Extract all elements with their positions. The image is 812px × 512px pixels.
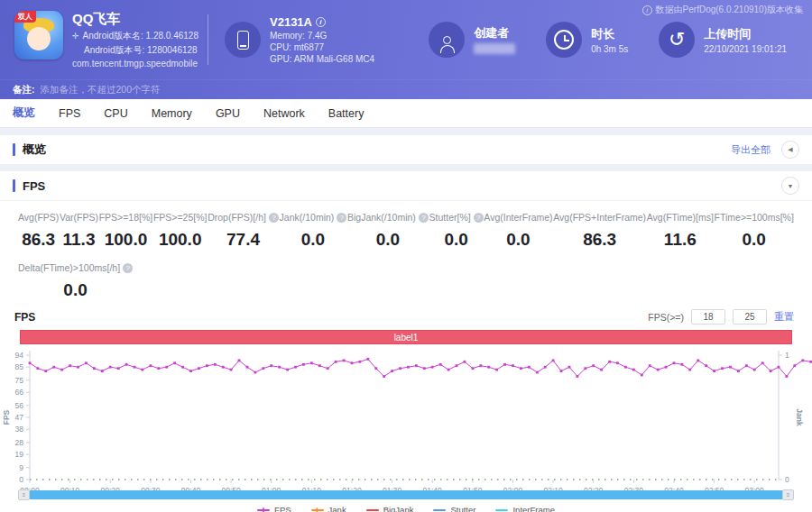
collapse-fps-button[interactable]: ▼ [781,177,799,195]
collapse-overview-button[interactable]: ◀ [781,141,799,159]
app-badge: 双人 [14,11,36,23]
metric-cell: Jank(/10min)?0.0 [280,212,347,250]
app-title: QQ飞车 [72,11,198,28]
creator-name-redacted [474,43,515,54]
help-icon[interactable]: ? [337,213,346,223]
metric-value: 77.4 [208,230,279,250]
fps-threshold-input-1[interactable] [691,309,725,325]
legend-item-fps[interactable]: ✚FPS [257,505,291,512]
device-info-icon[interactable]: i [316,17,326,27]
duration-label: 时长 [591,26,628,42]
plus-marker-icon: ✚ [314,506,320,512]
info-icon: i [642,5,652,15]
tab-CPU[interactable]: CPU [104,107,127,120]
duration-info: 时长 0h 3m 5s [546,22,628,58]
svg-text:28: 28 [15,438,24,447]
metric-cell: Avg(FTime)[ms]11.6 [647,212,714,250]
svg-text:Jank: Jank [795,408,804,426]
svg-text:38: 38 [15,425,24,434]
fps-metrics-row1: Avg(FPS)86.3Var(FPS)11.3FPS>=18[%]100.0F… [0,201,812,253]
creator-info: 创建者 [429,22,515,58]
legend-label: FPS [274,505,291,512]
help-icon[interactable]: ? [474,213,484,223]
svg-text:85: 85 [15,362,24,371]
grip-icon: ≡ [23,492,26,498]
threshold-label: FPS(>=) [648,312,684,323]
accent-bar [13,143,15,156]
legend-marker-icon [366,509,379,511]
metric-value: 0.0 [18,280,133,300]
metric-value: 0.0 [280,230,347,250]
legend-item-bigjank[interactable]: BigJank [366,505,414,512]
fps-chart[interactable]: 091928384756667585940100:0000:1000:2000:… [0,344,812,490]
metric-value: 11.6 [647,230,714,250]
metric-cell: Drop(FPS)[/h]?77.4 [208,212,279,250]
scrollbar-right-handle[interactable]: ≡ [782,489,794,500]
plus-marker-icon: ✚ [261,506,267,512]
fps-threshold-input-2[interactable] [733,309,767,325]
svg-text:19: 19 [15,450,24,459]
chevron-down-icon: ▼ [788,183,794,189]
svg-text:47: 47 [15,413,24,422]
fps-section: FPS ▼ Avg(FPS)86.3Var(FPS)11.3FPS>=18[%]… [0,171,812,512]
svg-text:FPS: FPS [2,409,11,425]
metric-value: 86.3 [18,230,59,250]
metric-cell: FPS>=25[%]100.0 [153,212,208,250]
phone-icon [225,22,261,58]
note-placeholder[interactable]: 添加备注，不超过200个字符 [41,84,161,96]
upload-label: 上传时间 [704,26,787,42]
legend-marker-icon [433,509,446,511]
metric-label: Avg(InterFrame) [484,212,552,223]
history-clock-icon: ↺ [659,22,695,58]
legend-item-jank[interactable]: ✚Jank [311,505,346,512]
metric-cell: Avg(FPS)86.3 [18,212,59,250]
svg-text:56: 56 [15,401,24,410]
chevron-left-icon: ◀ [788,146,792,153]
app-block: 双人 QQ飞车 ✛ Android版本名: 1.28.0.46128 Andro… [14,11,202,69]
metric-value: 0.0 [715,230,794,250]
metric-value: 100.0 [99,230,153,250]
metric-value: 100.0 [153,230,208,250]
report-header: i 数据由PerfDog(6.0.210910)版本收集 双人 QQ飞车 ✛ A… [0,0,812,99]
metric-cell: FTime>=100ms[%]0.0 [715,212,794,250]
chart-label-banner[interactable]: label1 [20,330,792,344]
metric-label: FTime>=100ms[%] [715,212,794,223]
tab-FPS[interactable]: FPS [59,107,80,120]
device-memory: Memory: 7.4G [270,31,374,41]
legend-item-interframe[interactable]: InterFrame [495,505,554,512]
tab-Memory[interactable]: Memory [152,107,192,120]
metric-value: 0.0 [484,230,552,250]
svg-text:66: 66 [15,388,24,397]
help-icon[interactable]: ? [419,213,429,223]
creator-label: 创建者 [474,25,515,41]
upload-value: 22/10/2021 19:01:21 [704,44,787,54]
note-bar[interactable]: 备注: 添加备注，不超过200个字符 [0,79,812,99]
svg-text:0: 0 [19,475,23,484]
help-icon[interactable]: ? [123,263,133,273]
svg-text:0: 0 [785,475,789,484]
legend-item-stutter[interactable]: Stutter [433,505,475,512]
user-icon [429,22,465,58]
collect-note: i 数据由PerfDog(6.0.210910)版本收集 [642,4,803,16]
scrollbar-left-handle[interactable]: ≡ [18,489,30,500]
tab-Battery[interactable]: Battery [328,107,364,120]
overview-section: 概览 导出全部 ◀ [0,135,812,164]
metric-label: FPS>=18[%] [99,212,153,223]
metric-cell: Delta(FTime)>100ms[/h]?0.0 [18,262,133,300]
svg-text:94: 94 [15,351,24,360]
tab-Network[interactable]: Network [263,107,305,120]
help-icon[interactable]: ? [269,213,279,223]
metric-value: 11.3 [60,230,98,250]
tab-概览[interactable]: 概览 [13,105,35,121]
app-package: com.tencent.tmgp.speedmobile [72,59,198,69]
duration-value: 0h 3m 5s [591,44,628,54]
reset-link[interactable]: 重置 [774,310,794,324]
metric-cell: Avg(InterFrame)0.0 [484,212,552,250]
legend-label: Stutter [450,505,475,512]
chart-scrollbar[interactable]: ≡ ≡ [20,490,792,499]
export-all-link[interactable]: 导出全部 [731,143,770,157]
overview-title: 概览 [23,142,46,158]
metric-label: Stutter[%] [429,212,471,223]
upload-info: ↺ 上传时间 22/10/2021 19:01:21 [659,22,787,58]
tab-GPU[interactable]: GPU [216,107,240,120]
